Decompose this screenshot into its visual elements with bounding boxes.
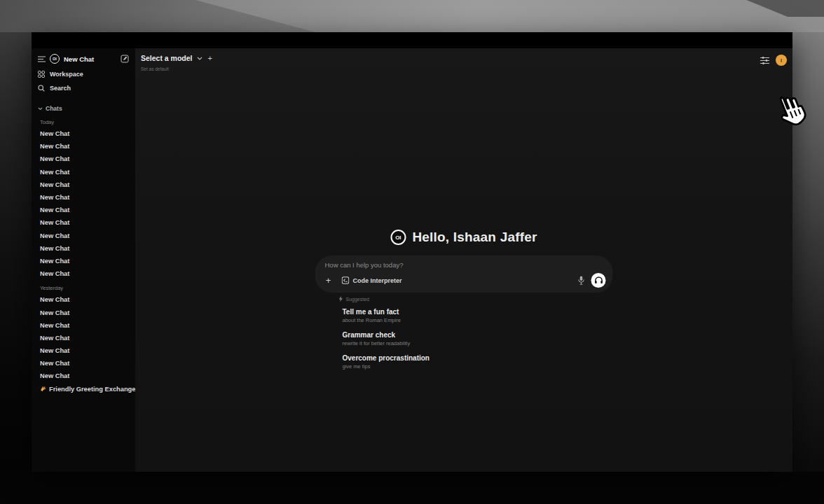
set-as-default-link[interactable]: Set as default bbox=[141, 66, 169, 71]
chats-section-toggle[interactable]: Chats bbox=[32, 103, 135, 114]
chat-group-yesterday-list: New ChatNew ChatNew ChatNew ChatNew Chat… bbox=[32, 293, 135, 382]
chat-list-item[interactable]: New Chat bbox=[32, 370, 135, 382]
suggested-prompt[interactable]: Tell me a fun fact about the Roman Empir… bbox=[343, 307, 613, 324]
code-interpreter-icon bbox=[342, 276, 350, 284]
chat-group-today-list: New ChatNew ChatNew ChatNew ChatNew Chat… bbox=[32, 127, 135, 280]
sidebar: OI New Chat Workspace Search bbox=[32, 48, 135, 472]
desktop: OI New Chat Workspace Search bbox=[0, 0, 824, 504]
hero-section: OI Hello, Ishaan Jaffer + Code Interpret… bbox=[315, 230, 613, 377]
settings-sliders-icon[interactable] bbox=[760, 57, 769, 64]
suggested-prompt[interactable]: Grammar check rewrite it for better read… bbox=[343, 330, 613, 347]
search-icon bbox=[38, 85, 45, 92]
sidebar-item-search[interactable]: Search bbox=[32, 81, 135, 95]
chat-list-item[interactable]: New Chat bbox=[32, 357, 135, 370]
new-chat-pencil-icon[interactable] bbox=[121, 55, 129, 63]
chat-list-item[interactable]: New Chat bbox=[32, 306, 135, 318]
chat-list-item[interactable]: New Chat bbox=[32, 319, 135, 332]
suggested-prompt-subtitle: give me tips bbox=[343, 363, 613, 370]
message-input[interactable] bbox=[325, 261, 603, 269]
headphones-icon bbox=[594, 276, 603, 284]
suggested-list: Tell me a fun fact about the Roman Empir… bbox=[343, 307, 613, 370]
chat-group-label: Yesterday bbox=[32, 280, 135, 293]
chat-title: Friendly Greeting Exchange bbox=[49, 386, 135, 393]
desktop-wallpaper-bottom bbox=[0, 472, 824, 504]
chat-list-item[interactable]: New Chat bbox=[32, 191, 135, 204]
suggested-prompt-subtitle: rewrite it for better readability bbox=[343, 340, 613, 347]
attach-plus-button[interactable]: + bbox=[323, 275, 334, 286]
voice-call-button[interactable] bbox=[591, 273, 606, 288]
suggested-prompt[interactable]: Overcome procrastination give me tips bbox=[343, 354, 613, 370]
app-logo-icon: OI bbox=[390, 230, 406, 245]
window-top-bar bbox=[32, 32, 792, 48]
chat-list-item[interactable]: New Chat bbox=[32, 255, 135, 267]
user-avatar[interactable]: I bbox=[776, 55, 787, 66]
code-interpreter-toggle[interactable]: Code Interpreter bbox=[342, 276, 402, 284]
suggested-header: Suggested bbox=[339, 296, 613, 302]
model-selector-label: Select a model bbox=[141, 54, 193, 62]
greeting-text: Hello, Ishaan Jaffer bbox=[412, 230, 537, 245]
suggested-prompt-subtitle: about the Roman Empire bbox=[343, 317, 613, 324]
chat-list-item[interactable]: New Chat bbox=[32, 293, 135, 306]
add-model-button[interactable]: + bbox=[208, 54, 212, 62]
chat-group-yesterday: Yesterday New ChatNew ChatNew ChatNew Ch… bbox=[32, 280, 135, 382]
suggested-label: Suggested bbox=[346, 297, 369, 302]
chat-list-item[interactable]: New Chat bbox=[32, 153, 135, 165]
model-selector[interactable]: Select a model + bbox=[141, 54, 212, 62]
chevron-down-icon bbox=[38, 107, 43, 111]
chat-list-item[interactable]: New Chat bbox=[32, 204, 135, 216]
chats-section-label: Chats bbox=[46, 105, 62, 112]
chat-group-label: Today bbox=[32, 114, 135, 127]
workspace-label: Workspace bbox=[50, 71, 83, 78]
sidebar-item-workspace[interactable]: Workspace bbox=[32, 67, 135, 81]
greeting-row: OI Hello, Ishaan Jaffer bbox=[315, 230, 613, 245]
app-logo-icon: OI bbox=[50, 54, 60, 64]
wave-emoji-icon bbox=[40, 386, 46, 392]
chat-list-item[interactable]: New Chat bbox=[32, 127, 135, 140]
chat-list-item[interactable]: New Chat bbox=[32, 230, 135, 242]
composer-toolbar: + Code Interpreter bbox=[323, 273, 606, 288]
desktop-wallpaper-right bbox=[792, 32, 824, 472]
chat-group-today: Today New ChatNew ChatNew ChatNew ChatNe… bbox=[32, 114, 135, 280]
code-interpreter-label: Code Interpreter bbox=[353, 277, 402, 284]
sidebar-title: New Chat bbox=[64, 55, 94, 63]
workspace-grid-icon bbox=[38, 71, 45, 78]
chat-list-item[interactable]: New Chat bbox=[32, 332, 135, 344]
chat-list-item[interactable]: New Chat bbox=[32, 140, 135, 153]
chat-list-item[interactable]: New Chat bbox=[32, 267, 135, 280]
chat-list-item[interactable]: New Chat bbox=[32, 344, 135, 357]
suggested-prompt-title: Overcome procrastination bbox=[343, 354, 613, 363]
chevron-down-icon bbox=[197, 57, 202, 60]
search-label: Search bbox=[50, 85, 71, 92]
hamburger-menu-icon[interactable] bbox=[38, 56, 46, 62]
suggested-prompt-title: Grammar check bbox=[343, 330, 613, 340]
main-panel: Select a model + Set as default I bbox=[135, 48, 792, 472]
message-composer: + Code Interpreter bbox=[315, 255, 613, 293]
chat-list-item[interactable]: New Chat bbox=[32, 216, 135, 229]
chat-list-item-friendly-greeting[interactable]: Friendly Greeting Exchange bbox=[32, 383, 135, 396]
chat-list-item[interactable]: New Chat bbox=[32, 166, 135, 178]
sidebar-header: OI New Chat bbox=[32, 48, 135, 67]
app-window: OI New Chat Workspace Search bbox=[32, 32, 792, 472]
sparkle-flash-icon bbox=[339, 296, 343, 302]
suggested-prompt-title: Tell me a fun fact bbox=[343, 307, 613, 316]
chat-list-item[interactable]: New Chat bbox=[32, 242, 135, 255]
chat-list-item[interactable]: New Chat bbox=[32, 178, 135, 191]
desktop-wallpaper-left bbox=[0, 32, 32, 472]
microphone-icon[interactable] bbox=[578, 276, 585, 285]
header-right-controls: I bbox=[760, 55, 787, 66]
